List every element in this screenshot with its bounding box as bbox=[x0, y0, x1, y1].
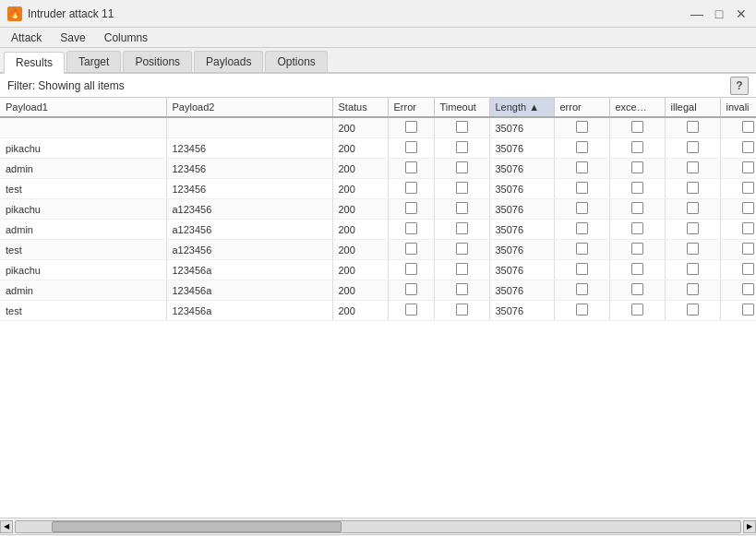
tab-payloads[interactable]: Payloads bbox=[194, 51, 263, 72]
row-checkbox[interactable] bbox=[631, 243, 643, 255]
row-checkbox[interactable] bbox=[687, 222, 699, 234]
scroll-thumb[interactable] bbox=[52, 521, 342, 532]
row-checkbox[interactable] bbox=[576, 283, 588, 295]
scroll-right-button[interactable]: ▶ bbox=[743, 520, 756, 533]
table-row[interactable]: admina12345620035076 bbox=[0, 220, 756, 240]
row-checkbox[interactable] bbox=[456, 243, 468, 255]
row-checkbox[interactable] bbox=[742, 202, 754, 214]
row-checkbox[interactable] bbox=[405, 161, 417, 173]
row-checkbox[interactable] bbox=[631, 161, 643, 173]
col-header-illegal[interactable]: illegal bbox=[665, 98, 720, 117]
row-checkbox[interactable] bbox=[742, 263, 754, 275]
row-checkbox[interactable] bbox=[687, 304, 699, 316]
row-checkbox[interactable] bbox=[456, 304, 468, 316]
row-checkbox[interactable] bbox=[687, 202, 699, 214]
menu-columns[interactable]: Columns bbox=[97, 30, 155, 46]
table-row[interactable]: admin12345620035076 bbox=[0, 159, 756, 179]
row-checkbox[interactable] bbox=[456, 222, 468, 234]
table-row[interactable]: testa12345620035076 bbox=[0, 240, 756, 260]
row-checkbox[interactable] bbox=[576, 243, 588, 255]
tab-positions[interactable]: Positions bbox=[123, 51, 192, 72]
row-checkbox[interactable] bbox=[456, 263, 468, 275]
col-header-invali[interactable]: invali bbox=[720, 98, 756, 117]
row-checkbox[interactable] bbox=[456, 121, 468, 133]
row-checkbox[interactable] bbox=[631, 283, 643, 295]
row-checkbox[interactable] bbox=[687, 263, 699, 275]
row-checkbox[interactable] bbox=[742, 222, 754, 234]
row-checkbox[interactable] bbox=[742, 304, 754, 316]
row-checkbox[interactable] bbox=[631, 222, 643, 234]
row-checkbox[interactable] bbox=[742, 161, 754, 173]
row-checkbox[interactable] bbox=[742, 243, 754, 255]
results-table-container[interactable]: Payload1 Payload2 Status Error Timeout L… bbox=[0, 98, 756, 518]
row-checkbox[interactable] bbox=[576, 121, 588, 133]
col-header-length[interactable]: Length ▲ bbox=[489, 98, 554, 117]
table-row[interactable]: pikachu12345620035076 bbox=[0, 138, 756, 159]
col-header-exce[interactable]: exce… bbox=[609, 98, 665, 117]
table-row[interactable]: admin123456a20035076 bbox=[0, 280, 756, 301]
row-checkbox[interactable] bbox=[456, 161, 468, 173]
col-header-error[interactable]: Error bbox=[388, 98, 434, 117]
row-checkbox[interactable] bbox=[687, 243, 699, 255]
table-row[interactable]: pikachu123456a20035076 bbox=[0, 260, 756, 280]
minimize-button[interactable]: — bbox=[690, 6, 704, 21]
row-checkbox[interactable] bbox=[687, 141, 699, 153]
row-checkbox[interactable] bbox=[405, 263, 417, 275]
tab-results[interactable]: Results bbox=[4, 52, 65, 74]
row-checkbox[interactable] bbox=[576, 161, 588, 173]
table-row[interactable]: pikachua12345620035076 bbox=[0, 199, 756, 220]
tab-options[interactable]: Options bbox=[265, 51, 327, 72]
row-checkbox[interactable] bbox=[631, 202, 643, 214]
row-checkbox[interactable] bbox=[576, 222, 588, 234]
row-checkbox[interactable] bbox=[687, 182, 699, 194]
row-checkbox[interactable] bbox=[405, 182, 417, 194]
row-checkbox[interactable] bbox=[456, 141, 468, 153]
row-checkbox[interactable] bbox=[405, 283, 417, 295]
table-row[interactable]: 20035076 bbox=[0, 117, 756, 138]
row-checkbox[interactable] bbox=[576, 202, 588, 214]
filter-help-button[interactable]: ? bbox=[730, 77, 749, 95]
row-checkbox[interactable] bbox=[405, 243, 417, 255]
row-checkbox[interactable] bbox=[742, 121, 754, 133]
row-checkbox[interactable] bbox=[742, 141, 754, 153]
horizontal-scrollbar[interactable]: ◀ ▶ bbox=[0, 518, 756, 534]
row-checkbox[interactable] bbox=[576, 263, 588, 275]
row-checkbox[interactable] bbox=[631, 182, 643, 194]
cell-length: 35076 bbox=[489, 199, 554, 220]
row-checkbox[interactable] bbox=[456, 182, 468, 194]
row-checkbox[interactable] bbox=[456, 283, 468, 295]
col-header-payload1[interactable]: Payload1 bbox=[0, 98, 166, 117]
cell-status: 200 bbox=[332, 199, 388, 220]
tab-target[interactable]: Target bbox=[66, 51, 121, 72]
table-row[interactable]: test123456a20035076 bbox=[0, 301, 756, 321]
row-checkbox[interactable] bbox=[631, 304, 643, 316]
scroll-track[interactable] bbox=[15, 520, 741, 533]
col-header-payload2[interactable]: Payload2 bbox=[166, 98, 332, 117]
row-checkbox[interactable] bbox=[456, 202, 468, 214]
row-checkbox[interactable] bbox=[687, 283, 699, 295]
row-checkbox[interactable] bbox=[405, 141, 417, 153]
row-checkbox[interactable] bbox=[405, 222, 417, 234]
row-checkbox[interactable] bbox=[405, 121, 417, 133]
row-checkbox[interactable] bbox=[405, 202, 417, 214]
row-checkbox[interactable] bbox=[631, 141, 643, 153]
row-checkbox[interactable] bbox=[687, 121, 699, 133]
table-row[interactable]: test12345620035076 bbox=[0, 179, 756, 199]
col-header-timeout[interactable]: Timeout bbox=[434, 98, 489, 117]
row-checkbox[interactable] bbox=[631, 121, 643, 133]
scroll-left-button[interactable]: ◀ bbox=[0, 520, 13, 533]
menu-attack[interactable]: Attack bbox=[4, 30, 49, 46]
row-checkbox[interactable] bbox=[687, 161, 699, 173]
row-checkbox[interactable] bbox=[576, 304, 588, 316]
row-checkbox[interactable] bbox=[576, 182, 588, 194]
col-header-error2[interactable]: error bbox=[554, 98, 609, 117]
row-checkbox[interactable] bbox=[576, 141, 588, 153]
maximize-button[interactable]: □ bbox=[712, 6, 726, 21]
row-checkbox[interactable] bbox=[742, 283, 754, 295]
col-header-status[interactable]: Status bbox=[332, 98, 388, 117]
menu-save[interactable]: Save bbox=[53, 30, 92, 46]
row-checkbox[interactable] bbox=[742, 182, 754, 194]
close-button[interactable]: ✕ bbox=[734, 6, 749, 21]
row-checkbox[interactable] bbox=[405, 304, 417, 316]
row-checkbox[interactable] bbox=[631, 263, 643, 275]
